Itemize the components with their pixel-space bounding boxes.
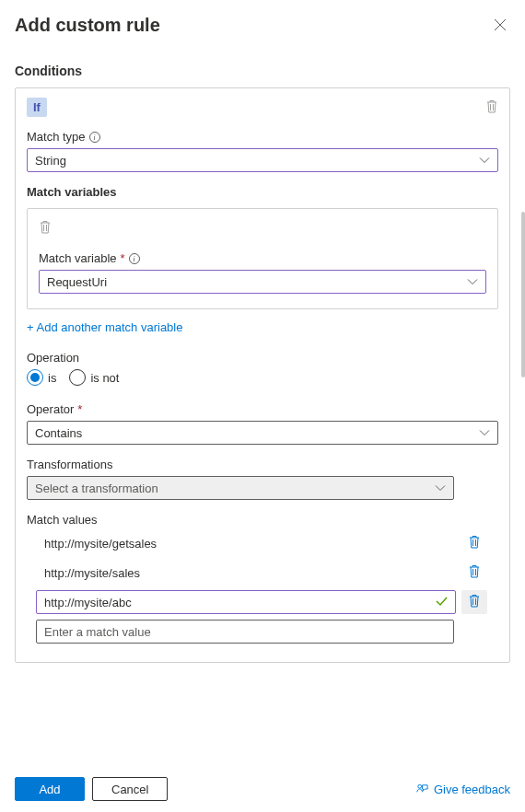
- match-value-row: http://mysite/getsales: [36, 531, 498, 555]
- required-asterisk: *: [77, 402, 82, 416]
- if-row: If: [27, 98, 498, 117]
- match-variable-label: Match variable * i: [39, 251, 486, 265]
- panel-title: Add custom rule: [15, 15, 160, 36]
- svg-point-0: [418, 784, 422, 788]
- add-button[interactable]: Add: [15, 777, 85, 801]
- scrollbar-thumb[interactable]: [521, 212, 525, 377]
- chevron-down-icon: [479, 154, 490, 168]
- delete-variable-icon[interactable]: [39, 223, 52, 237]
- transformations-label: Transformations: [27, 458, 498, 471]
- give-feedback-link[interactable]: Give feedback: [415, 783, 510, 796]
- match-value-input[interactable]: [36, 620, 454, 644]
- operator-label: Operator *: [27, 402, 498, 416]
- operation-is-radio[interactable]: is: [27, 369, 56, 386]
- match-type-select[interactable]: String: [27, 148, 498, 172]
- operation-radio-group: is is not: [27, 369, 498, 386]
- feedback-icon: [415, 783, 429, 796]
- match-values-label: Match values: [27, 513, 498, 527]
- condition-block: If Match type i String Match variables M…: [15, 87, 510, 663]
- delete-condition-icon[interactable]: [485, 99, 498, 116]
- cancel-button[interactable]: Cancel: [92, 777, 168, 801]
- transformation-select[interactable]: Select a transformation: [27, 476, 454, 500]
- match-type-label: Match type i: [27, 130, 498, 144]
- delete-match-value-icon[interactable]: [468, 564, 481, 581]
- chevron-down-icon: [467, 275, 478, 289]
- match-value-new-row: [36, 620, 498, 644]
- chevron-down-icon: [479, 426, 490, 440]
- conditions-heading: Conditions: [15, 64, 510, 78]
- panel-footer: Add Cancel Give feedback: [0, 765, 525, 812]
- required-asterisk: *: [121, 251, 125, 265]
- match-variable-select[interactable]: RequestUri: [39, 270, 486, 294]
- match-variables-heading: Match variables: [27, 185, 498, 199]
- footer-buttons: Add Cancel: [15, 777, 168, 801]
- check-icon: [436, 596, 448, 609]
- add-custom-rule-panel: Add custom rule Conditions If Match type…: [0, 0, 525, 663]
- operation-isnot-radio[interactable]: is not: [69, 369, 119, 386]
- match-value-row: http://mysite/sales: [36, 561, 498, 585]
- chevron-down-icon: [435, 481, 446, 495]
- add-match-variable-link[interactable]: + Add another match variable: [27, 320, 182, 334]
- if-badge: If: [27, 98, 47, 117]
- match-value-text[interactable]: http://mysite/getsales: [36, 531, 456, 555]
- panel-header: Add custom rule: [15, 15, 510, 38]
- delete-match-value-icon[interactable]: [468, 535, 481, 551]
- match-values-list: http://mysite/getsales http://mysite/sal…: [27, 531, 498, 644]
- info-icon[interactable]: i: [129, 253, 140, 264]
- match-value-row: http://mysite/abc: [36, 590, 498, 614]
- operation-label: Operation: [27, 351, 498, 365]
- operator-select[interactable]: Contains: [27, 421, 498, 445]
- match-value-text[interactable]: http://mysite/sales: [36, 561, 456, 585]
- info-icon[interactable]: i: [89, 132, 100, 143]
- match-value-input-editing[interactable]: http://mysite/abc: [36, 590, 456, 614]
- delete-match-value-icon[interactable]: [468, 594, 481, 610]
- match-variable-block: Match variable * i RequestUri: [27, 208, 498, 309]
- close-icon[interactable]: [490, 15, 510, 38]
